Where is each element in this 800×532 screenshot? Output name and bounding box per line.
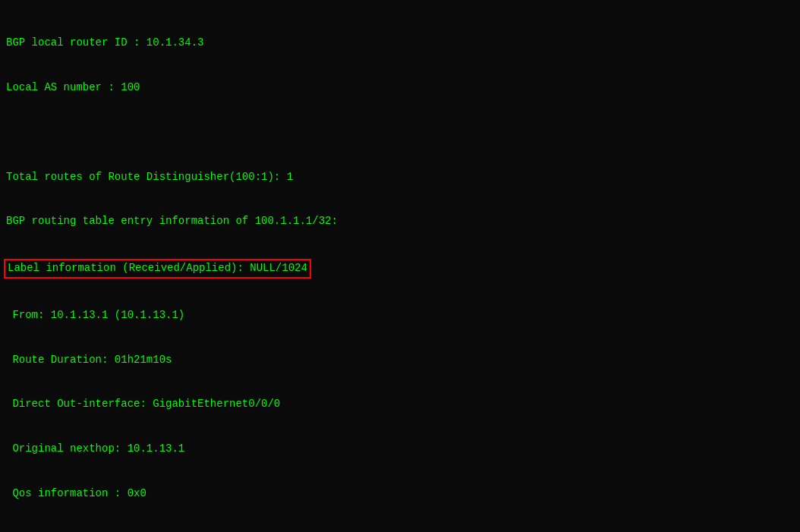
terminal-content: BGP local router ID : 10.1.34.3 Local AS…	[6, 6, 794, 532]
line-total-routes: Total routes of Route Distinguisher(100:…	[6, 170, 794, 185]
label-info-box: Label information (Received/Applied): NU…	[4, 259, 311, 279]
line-bgp-router-id: BGP local router ID : 10.1.34.3	[6, 36, 794, 51]
empty-1	[6, 125, 794, 140]
line-from: From: 10.1.13.1 (10.1.13.1)	[6, 308, 794, 323]
terminal-window: BGP local router ID : 10.1.34.3 Local AS…	[6, 6, 794, 532]
line-bgp-routing-table: BGP routing table entry information of 1…	[6, 214, 794, 229]
line-label-information: Label information (Received/Applied): NU…	[6, 259, 794, 279]
line-qos-info: Qos information : 0x0	[6, 486, 794, 502]
line-local-as: Local AS number : 100	[6, 80, 794, 96]
line-route-duration: Route Duration: 01h21m10s	[6, 353, 794, 368]
line-direct-out-interface: Direct Out-interface: GigabitEthernet0/0…	[6, 397, 794, 412]
line-original-nexthop: Original nexthop: 10.1.13.1	[6, 442, 794, 457]
